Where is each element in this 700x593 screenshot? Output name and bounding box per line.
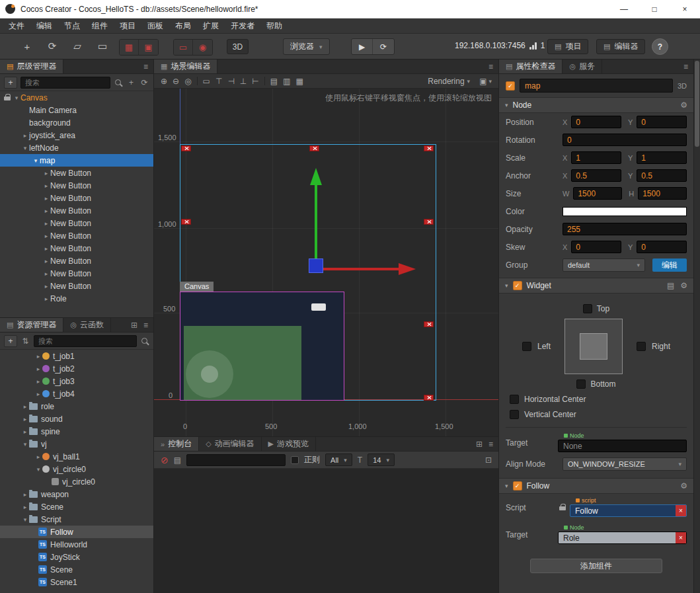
hierarchy-item-joystick-area[interactable]: ▸ joystick_area: [0, 129, 153, 141]
rect-select-icon[interactable]: ▭: [203, 77, 210, 86]
asset-folder-spine[interactable]: ▸ spine: [0, 425, 153, 438]
anchor-y-input[interactable]: [637, 169, 687, 182]
menu-help[interactable]: 帮助: [260, 19, 288, 34]
open-project-button[interactable]: ▤ 项目: [547, 39, 588, 54]
caret-down-icon[interactable]: ▾: [21, 441, 29, 448]
selection-handle[interactable]: [424, 219, 434, 225]
size-w-input[interactable]: [573, 187, 622, 200]
close-button[interactable]: ×: [670, 0, 700, 18]
hierarchy-menu-icon[interactable]: ≡: [143, 62, 148, 71]
asset-folder-role[interactable]: ▸ role: [0, 400, 153, 413]
caret-right-icon[interactable]: ▸: [21, 403, 29, 410]
hierarchy-item-new-button[interactable]: ▸ New Button: [0, 179, 153, 192]
hierarchy-item-new-button[interactable]: ▸ New Button: [0, 204, 153, 217]
console-log-area[interactable]: [154, 469, 498, 593]
menu-panel[interactable]: 面板: [141, 19, 169, 34]
assets-menu-icon[interactable]: ≡: [143, 321, 148, 330]
position-x-input[interactable]: [571, 116, 621, 128]
gizmo-y-arrow[interactable]: [310, 168, 322, 185]
node-section-header[interactable]: ▾ Node ⚙: [499, 97, 693, 113]
expand-console-icon[interactable]: ⊡: [485, 455, 492, 465]
rotation-input[interactable]: [563, 134, 687, 146]
caret-right-icon[interactable]: ▸: [42, 195, 50, 202]
scene-menu-icon[interactable]: ≡: [488, 62, 493, 71]
caret-right-icon[interactable]: ▸: [42, 170, 50, 177]
asset-folder-weapon[interactable]: ▸ weapon: [0, 488, 153, 500]
widget-section-header[interactable]: ▾ ✓ Widget ▤ ⚙: [499, 278, 693, 294]
gizmo-x-arrow[interactable]: [399, 263, 416, 275]
zoom-in-icon[interactable]: ⊕: [161, 77, 167, 86]
zoom-out-icon[interactable]: ⊖: [173, 77, 179, 86]
asset-item-t-job3[interactable]: ▸ t_job3: [0, 375, 153, 387]
scale-y-input[interactable]: [637, 151, 687, 164]
hierarchy-item-new-button[interactable]: ▸ New Button: [0, 242, 153, 255]
pivot-center-button[interactable]: ▦: [120, 40, 139, 55]
regex-checkbox[interactable]: [291, 456, 299, 464]
caret-right-icon[interactable]: ▸: [34, 353, 42, 360]
follow-section-header[interactable]: ▾ ✓ Follow ⚙: [499, 478, 693, 494]
widget-bottom-checkbox[interactable]: [576, 379, 586, 389]
tab-scene-editor[interactable]: ▦ 场景编辑器: [154, 59, 217, 73]
widget-target-field[interactable]: None: [558, 440, 687, 452]
refresh-icon[interactable]: ⟳: [139, 78, 149, 87]
search-icon[interactable]: [140, 336, 149, 346]
lock-icon[interactable]: [4, 94, 11, 101]
assets-popout-icon[interactable]: ⊞: [131, 321, 137, 330]
caret-right-icon[interactable]: ▸: [34, 391, 42, 397]
rendering-dropdown[interactable]: Rendering ▾: [428, 77, 470, 86]
open-editor-button[interactable]: ▤ 编辑器: [596, 39, 645, 54]
3d-toggle-button[interactable]: 3D: [227, 39, 249, 54]
caret-right-icon[interactable]: ▸: [42, 182, 50, 189]
align-right-icon[interactable]: ⊢: [252, 77, 258, 86]
asset-item-helloworld[interactable]: TS Helloworld: [0, 538, 153, 551]
caret-right-icon[interactable]: ▸: [42, 258, 50, 264]
display-mode-dropdown[interactable]: ▣ ▾: [475, 77, 492, 86]
caret-down-icon[interactable]: ▾: [21, 516, 29, 523]
align-top-icon[interactable]: ⊤: [215, 77, 222, 86]
caret-right-icon[interactable]: ▸: [21, 416, 29, 422]
caret-down-icon[interactable]: ▾: [13, 95, 20, 101]
help-button[interactable]: ?: [652, 38, 668, 55]
inspector-scrollbar[interactable]: [694, 59, 700, 593]
widget-enabled-checkbox[interactable]: ✓: [513, 281, 522, 290]
hierarchy-item-new-button[interactable]: ▸ New Button: [0, 217, 153, 229]
hierarchy-item-new-button[interactable]: ▸ New Button: [0, 280, 153, 292]
asset-item-t-job2[interactable]: ▸ t_job2: [0, 362, 153, 375]
distribute-columns-icon[interactable]: ▥: [283, 77, 290, 86]
pivot-anchor-button[interactable]: ▣: [139, 40, 158, 55]
widget-left-checkbox[interactable]: [522, 342, 531, 351]
asset-item-follow-selected[interactable]: TS Follow: [0, 526, 153, 538]
caret-right-icon[interactable]: ▸: [42, 245, 50, 252]
gear-icon[interactable]: ⚙: [680, 281, 687, 290]
caret-down-icon[interactable]: ▾: [505, 102, 508, 108]
asset-folder-sound[interactable]: ▸ sound: [0, 413, 153, 425]
local-mode-button[interactable]: ▭: [174, 40, 193, 55]
asset-item-scene1[interactable]: TS Scene1: [0, 576, 153, 588]
caret-down-icon[interactable]: ▾: [505, 282, 508, 289]
sort-icon[interactable]: ⇅: [20, 336, 30, 346]
menu-node[interactable]: 节点: [58, 19, 86, 34]
asset-folder-scene[interactable]: ▸ Scene: [0, 500, 153, 513]
follow-script-field[interactable]: Follow ×: [570, 504, 687, 517]
hierarchy-item-new-button[interactable]: ▸ New Button: [0, 192, 153, 204]
opacity-input[interactable]: [563, 223, 687, 235]
tab-console[interactable]: » 控制台: [154, 437, 199, 451]
play-button[interactable]: ▶: [352, 39, 373, 54]
remove-script-button[interactable]: ×: [676, 505, 686, 516]
hierarchy-item-main-camera[interactable]: Main Camera: [0, 104, 153, 116]
selection-handle[interactable]: [424, 321, 434, 327]
tab-cloud-functions[interactable]: ◎ 云函数: [63, 318, 111, 332]
widget-right-checkbox[interactable]: [637, 342, 646, 351]
scene-viewport[interactable]: 使用鼠标右键平移视窗焦点，使用滚轮缩放视图 1,500 1,000 500 0 …: [154, 89, 498, 436]
tab-animation-editor[interactable]: ◇ 动画编辑器: [199, 437, 261, 451]
widget-hcenter-checkbox[interactable]: [510, 395, 519, 404]
widget-top-checkbox[interactable]: [583, 304, 592, 313]
global-mode-button[interactable]: ◉: [193, 40, 212, 55]
caret-down-icon[interactable]: ▾: [32, 157, 40, 164]
hierarchy-item-leftnode[interactable]: ▾ leftNode: [0, 141, 153, 154]
menu-file[interactable]: 文件: [3, 19, 30, 34]
caret-right-icon[interactable]: ▸: [21, 132, 29, 139]
locate-icon[interactable]: +: [126, 78, 136, 87]
console-popout-icon[interactable]: ⊞: [476, 440, 483, 449]
rect-tool-button[interactable]: ▭: [95, 39, 110, 54]
